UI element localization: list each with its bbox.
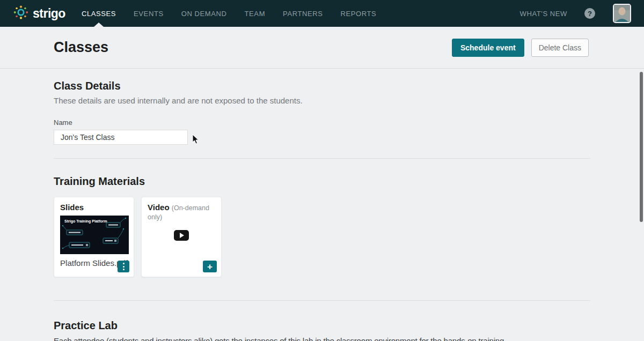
nav-right: WHAT'S NEW ?: [520, 4, 631, 23]
materials-cards-row: Slides Strigo Training Platform: [54, 197, 590, 277]
brand-name: strigo: [33, 6, 65, 21]
schedule-event-button[interactable]: Schedule event: [452, 39, 524, 57]
whats-new-link[interactable]: WHAT'S NEW: [520, 10, 567, 18]
page-header: Classes Schedule event Delete Class: [0, 27, 644, 69]
help-icon[interactable]: ?: [584, 8, 595, 19]
slides-thumbnail[interactable]: Strigo Training Platform: [60, 216, 129, 254]
header-buttons: Schedule event Delete Class: [452, 39, 589, 57]
training-materials-section: Training Materials Slides Strigo Trainin…: [0, 159, 644, 301]
slides-card[interactable]: Slides Strigo Training Platform: [54, 197, 134, 277]
nav-item-events[interactable]: EVENTS: [134, 0, 164, 27]
video-placeholder: [142, 230, 221, 241]
add-video-button[interactable]: +: [203, 261, 217, 272]
video-card[interactable]: Video (On-demand only) +: [141, 197, 222, 277]
practice-lab-description: Each attendee (students and instructors …: [54, 336, 590, 341]
nav-item-reports[interactable]: REPORTS: [340, 0, 376, 27]
top-navbar: strigo CLASSES EVENTS ON DEMAND TEAM PAR…: [0, 0, 644, 27]
class-details-heading: Class Details: [54, 80, 590, 92]
practice-lab-heading: Practice Lab: [54, 320, 590, 332]
nav-item-partners[interactable]: PARTNERS: [283, 0, 323, 27]
delete-class-button[interactable]: Delete Class: [531, 39, 589, 57]
user-avatar[interactable]: [613, 4, 631, 23]
name-label: Name: [54, 118, 590, 127]
training-materials-heading: Training Materials: [54, 175, 590, 188]
strigo-logo-icon: [13, 4, 29, 23]
slides-options-button[interactable]: [118, 261, 129, 272]
class-name-input[interactable]: [54, 130, 188, 145]
nav-item-on-demand[interactable]: ON DEMAND: [181, 0, 227, 27]
kebab-icon: [123, 263, 125, 264]
class-details-description: These details are used internally and ar…: [54, 96, 590, 105]
video-card-title: Video (On-demand only): [148, 203, 215, 221]
slides-card-title: Slides: [60, 203, 128, 212]
play-icon[interactable]: [174, 230, 189, 241]
nav-item-classes[interactable]: CLASSES: [82, 0, 116, 27]
nav-menu: CLASSES EVENTS ON DEMAND TEAM PARTNERS R…: [82, 0, 394, 27]
page-title: Classes: [54, 39, 108, 56]
slides-thumbnail-title: Strigo Training Platform: [64, 219, 107, 224]
nav-item-team[interactable]: TEAM: [245, 0, 266, 27]
class-details-section: Class Details These details are used int…: [0, 69, 644, 159]
brand-logo[interactable]: strigo: [13, 4, 65, 23]
practice-lab-section: Practice Lab Each attendee (students and…: [0, 301, 644, 341]
vertical-scrollbar[interactable]: [640, 72, 643, 222]
